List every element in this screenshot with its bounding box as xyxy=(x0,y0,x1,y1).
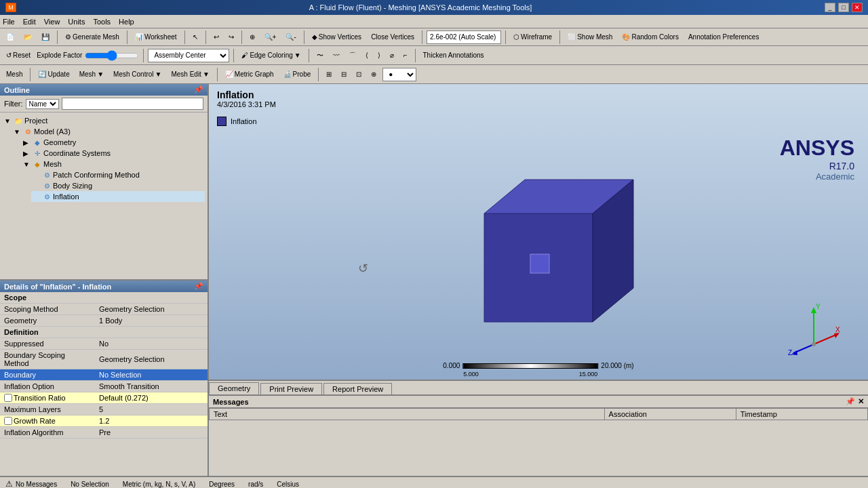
menu-help[interactable]: Help xyxy=(119,18,134,26)
random-colors-button[interactable]: 🎨 Random Colors xyxy=(618,32,682,42)
mesh-tab-button[interactable]: Mesh xyxy=(3,69,26,79)
mesh-dropdown-button[interactable]: Mesh ▼ xyxy=(76,69,107,79)
wavy2[interactable]: 〰 xyxy=(330,50,343,60)
expand-project[interactable]: ▼ xyxy=(4,117,12,125)
explode-factor-slider[interactable] xyxy=(85,51,139,60)
show-mesh-button[interactable]: ⬜ Show Mesh xyxy=(564,32,616,42)
menu-edit[interactable]: Edit xyxy=(23,18,36,26)
tree-item-coord[interactable]: ▶ ✛ Coordinate Systems xyxy=(22,148,205,159)
close-vertices-button[interactable]: Close Vertices xyxy=(368,32,418,42)
wavy3[interactable]: ⌒ xyxy=(346,49,359,62)
btn-d[interactable]: ⊕ xyxy=(368,69,380,79)
edge-coloring-button[interactable]: 🖌 Edge Coloring ▼ xyxy=(238,50,304,60)
btn-c[interactable]: ⊡ xyxy=(353,69,365,79)
redo-button[interactable]: ↪ xyxy=(225,32,237,42)
mesh-edit-button[interactable]: Mesh Edit ▼ xyxy=(167,69,212,79)
title-bar: M A : Fluid Flow (Fluent) - Meshing [ANS… xyxy=(0,0,868,15)
section-definition: Definition xyxy=(0,327,208,338)
reset-button[interactable]: ↺ Reset xyxy=(3,50,34,60)
expand-model[interactable]: ▼ xyxy=(14,128,22,136)
sep9 xyxy=(559,30,560,44)
menu-tools[interactable]: Tools xyxy=(93,18,111,26)
btn-b[interactable]: ⊟ xyxy=(338,69,350,79)
outline-pin-icon[interactable]: 📌 xyxy=(194,85,203,94)
sep6 xyxy=(304,30,304,44)
open-button[interactable]: 📂 xyxy=(20,32,35,42)
tree-item-inflation[interactable]: ⚙ Inflation xyxy=(31,191,205,202)
growth-rate-checkbox[interactable] xyxy=(4,417,12,425)
transition-ratio-checkbox[interactable] xyxy=(4,394,12,402)
tab-geometry[interactable]: Geometry xyxy=(209,382,259,394)
probe-button[interactable]: 🔬 Probe xyxy=(280,69,315,79)
suppressed-value: No xyxy=(95,338,208,350)
model-icon: ⚙ xyxy=(23,127,33,136)
update-button[interactable]: 🔄 Update xyxy=(35,69,73,79)
metric-graph-button[interactable]: 📈 Metric Graph xyxy=(222,69,277,79)
right-area: Inflation 4/3/2016 3:31 PM Inflation xyxy=(209,84,868,476)
details-table: Scope Scoping Method Geometry Selection … xyxy=(0,292,208,439)
messages-pin[interactable]: 📌 xyxy=(846,397,855,406)
wireframe-label: Wireframe xyxy=(521,33,552,41)
assembly-center-select[interactable]: Assembly Center xyxy=(148,49,229,62)
btn-a[interactable]: ⊞ xyxy=(323,69,335,79)
tree-item-patch[interactable]: ⚙ Patch Conforming Method xyxy=(31,169,205,180)
cursor-button[interactable]: ↖ xyxy=(189,32,201,42)
wavy4[interactable]: ⟨ xyxy=(362,50,372,60)
wavy7[interactable]: ⌐ xyxy=(400,50,411,60)
messages-close[interactable]: ✕ xyxy=(858,397,864,406)
legend-label: Inflation xyxy=(231,117,257,125)
details-scroll[interactable]: Scope Scoping Method Geometry Selection … xyxy=(0,292,208,472)
minimize-button[interactable]: _ xyxy=(825,3,835,12)
wireframe-button[interactable]: ⬡ Wireframe xyxy=(510,32,555,42)
generate-mesh-button[interactable]: ⚙ Generate Mesh xyxy=(62,32,123,42)
details-pin-icon[interactable]: 📌 xyxy=(194,282,203,291)
menu-file[interactable]: File xyxy=(3,18,15,26)
maximize-button[interactable]: □ xyxy=(838,3,849,12)
tree-item-geometry[interactable]: ▶ ◆ Geometry xyxy=(22,137,205,148)
mesh-edit-label: Mesh Edit xyxy=(171,70,201,78)
expand-geometry[interactable]: ▶ xyxy=(23,139,31,146)
expand-mesh[interactable]: ▼ xyxy=(23,161,31,168)
coord-label: Coordinate Systems xyxy=(43,149,111,157)
undo-button[interactable]: ↩ xyxy=(210,32,222,42)
new-button[interactable]: 📄 xyxy=(3,32,18,42)
tree-item-mesh[interactable]: ▼ ◆ Mesh xyxy=(22,159,205,169)
row-boundary[interactable]: Boundary No Selection xyxy=(0,369,208,381)
wavy1[interactable]: 〜 xyxy=(313,49,327,62)
wavy6[interactable]: ⌀ xyxy=(387,50,397,60)
toolbar-row-2: ↺ Reset Explode Factor Assembly Center 🖌… xyxy=(0,46,868,65)
scale-input[interactable] xyxy=(427,30,501,44)
view-dropdown[interactable]: ● xyxy=(382,68,416,81)
menu-units[interactable]: Units xyxy=(68,18,85,26)
zoom-out-button[interactable]: 🔍- xyxy=(282,32,299,42)
messages-columns-header: Text Association Timestamp xyxy=(209,408,868,420)
boundary-label: Boundary xyxy=(0,369,95,381)
ansys-logo-version: R17.0 xyxy=(780,161,854,171)
tree-item-model[interactable]: ▼ ⚙ Model (A3) xyxy=(12,126,205,137)
zoom-fit-button[interactable]: ⊕ xyxy=(246,32,258,42)
expand-coord[interactable]: ▶ xyxy=(23,150,31,157)
svg-text:Y: Y xyxy=(816,304,821,310)
filter-input[interactable] xyxy=(62,98,204,110)
sep4 xyxy=(205,30,206,44)
tab-report-preview[interactable]: Report Preview xyxy=(323,383,392,394)
filter-select[interactable]: Name xyxy=(26,99,59,109)
geometry-icon: ◆ xyxy=(33,138,42,147)
thicken-annotations-button[interactable]: Thicken Annotations xyxy=(420,50,488,60)
wavy5[interactable]: ⟩ xyxy=(374,50,384,60)
tree-item-project[interactable]: ▼ 📁 Project xyxy=(3,115,205,126)
annotation-prefs-button[interactable]: Annotation Preferences xyxy=(685,32,763,42)
outline-tree: ▼ 📁 Project ▼ ⚙ Model (A3) ▶ ◆ Geometry xyxy=(0,113,208,274)
close-button[interactable]: ✕ xyxy=(852,3,863,12)
tree-item-bodysizing[interactable]: ⚙ Body Sizing xyxy=(31,180,205,191)
mesh-control-button[interactable]: Mesh Control ▼ xyxy=(110,69,165,79)
viewport-3d[interactable]: ↺ 0.000 5.000 15.000 20.000 (m) xyxy=(209,129,868,380)
menu-view[interactable]: View xyxy=(44,18,60,26)
show-vertices-button[interactable]: ◆ Show Vertices xyxy=(309,32,365,42)
save-button[interactable]: 💾 xyxy=(38,32,53,42)
zoom-in-button[interactable]: 🔍+ xyxy=(261,32,280,42)
svg-text:Z: Z xyxy=(788,349,792,357)
worksheet-button[interactable]: 📊 Worksheet xyxy=(132,32,180,42)
status-units-text: Metric (m, kg, N, s, V, A) xyxy=(123,481,195,488)
tab-print-preview[interactable]: Print Preview xyxy=(260,383,322,394)
